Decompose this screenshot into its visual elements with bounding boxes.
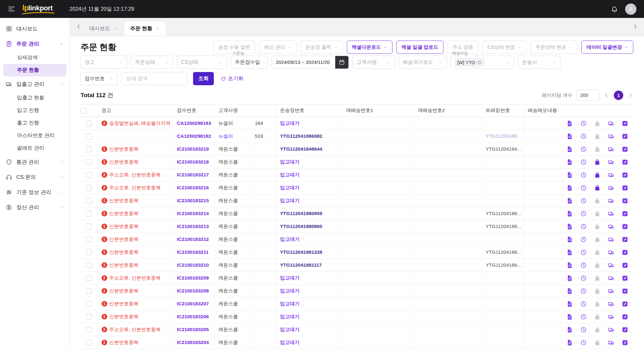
row-checkbox[interactable] xyxy=(86,314,92,320)
history-icon[interactable] xyxy=(580,275,587,281)
date-basis-filter[interactable]: 기준일주문접수일 xyxy=(231,56,268,69)
waybill-number-link[interactable]: YTG112041848644 xyxy=(280,146,322,152)
truck-icon[interactable] xyxy=(608,159,614,165)
edit-icon[interactable] xyxy=(622,185,628,191)
inbound-status-link[interactable]: 입고대기 xyxy=(280,159,300,164)
edit-icon[interactable] xyxy=(622,249,628,256)
edit-icon[interactable] xyxy=(622,275,628,281)
inbound-status-link[interactable]: 입고대기 xyxy=(280,185,300,190)
prev-page-icon[interactable] xyxy=(604,92,609,98)
receipt-no-link[interactable]: IC2100183211 xyxy=(177,249,209,255)
receipt-no-link[interactable]: IC2100183213 xyxy=(177,224,209,229)
document-icon[interactable] xyxy=(566,339,573,346)
delivery-type-filter[interactable]: 배송타입 [W] YTO xyxy=(451,56,514,69)
receipt-no-link[interactable]: IC2100183216 xyxy=(177,185,209,190)
inbound-status-link[interactable]: 입고대기 xyxy=(280,198,300,203)
truck-icon[interactable] xyxy=(608,288,614,294)
document-icon[interactable] xyxy=(566,197,573,204)
truck-icon[interactable] xyxy=(608,185,614,191)
tab-dashboard[interactable]: 대시보드 xyxy=(84,21,123,36)
history-icon[interactable] xyxy=(580,301,587,307)
row-checkbox[interactable] xyxy=(86,327,92,333)
document-icon[interactable] xyxy=(566,146,573,153)
per-page-input[interactable] xyxy=(577,90,599,101)
truck-icon[interactable] xyxy=(608,262,614,269)
inbound-status-link[interactable]: 입고대기 xyxy=(280,288,300,293)
row-checkbox[interactable] xyxy=(86,120,92,126)
receipt-no-link[interactable]: IC2100183217 xyxy=(177,172,209,177)
history-icon[interactable] xyxy=(580,288,587,294)
receipt-no-link[interactable]: IC2100183210 xyxy=(177,262,209,268)
cs-status-filter[interactable]: CS상태 xyxy=(177,56,227,69)
row-checkbox[interactable] xyxy=(86,146,92,152)
row-checkbox[interactable] xyxy=(86,301,92,307)
user-avatar[interactable] xyxy=(625,3,636,15)
document-icon[interactable] xyxy=(566,159,573,165)
history-icon[interactable] xyxy=(580,249,587,256)
document-icon[interactable] xyxy=(566,210,573,217)
detail-search-input[interactable] xyxy=(121,72,187,85)
order-status-filter[interactable]: 주문상태 xyxy=(131,56,173,69)
sidebar-subitem[interactable]: 입고 진행 xyxy=(3,104,66,117)
next-page-icon[interactable] xyxy=(628,92,633,98)
row-checkbox[interactable] xyxy=(86,249,92,255)
package-icon[interactable] xyxy=(594,314,601,320)
bell-icon[interactable] xyxy=(611,5,618,13)
history-icon[interactable] xyxy=(580,210,587,217)
package-icon[interactable] xyxy=(594,262,601,269)
document-icon[interactable] xyxy=(566,223,573,230)
history-icon[interactable] xyxy=(580,236,587,243)
waybill-number-link[interactable]: YTG112041880860 xyxy=(280,224,322,229)
package-icon[interactable] xyxy=(594,120,601,127)
edit-icon[interactable] xyxy=(622,172,628,178)
receipt-no-link[interactable]: IC2100183209 xyxy=(177,275,209,281)
receipt-no-link[interactable]: IC2100183218 xyxy=(177,159,209,164)
truck-icon[interactable] xyxy=(608,339,614,346)
inbound-status-link[interactable]: 입고대기 xyxy=(280,340,300,345)
package-icon[interactable] xyxy=(594,197,601,204)
receipt-no-link[interactable]: IC2100183205 xyxy=(177,327,209,332)
package-icon[interactable] xyxy=(594,326,601,333)
truck-icon[interactable] xyxy=(608,210,614,217)
receipt-no-link[interactable]: IC2100183212 xyxy=(177,236,209,242)
tabs-scroll-right-icon[interactable] xyxy=(632,24,638,30)
edit-icon[interactable] xyxy=(622,236,628,243)
search-button[interactable]: 조회 xyxy=(193,72,214,85)
current-page[interactable]: 1 xyxy=(614,91,623,100)
waybill-number-link[interactable]: YTG112041880959 xyxy=(280,211,322,216)
receipt-no-link[interactable]: IC2100183204 xyxy=(177,340,209,345)
history-icon[interactable] xyxy=(580,262,587,269)
history-icon[interactable] xyxy=(580,159,587,165)
reset-button[interactable]: 초기화 xyxy=(221,75,244,82)
edit-icon[interactable] xyxy=(622,210,628,217)
waybill-number-link[interactable]: YTG112041886982 xyxy=(280,133,322,139)
history-icon[interactable] xyxy=(580,133,587,140)
package-icon[interactable] xyxy=(594,159,601,165)
sidebar-subitem[interactable]: 팔레트 관리 xyxy=(3,142,66,154)
document-icon[interactable] xyxy=(566,249,573,256)
receipt-no-link[interactable]: CA1200298183 xyxy=(177,120,211,126)
search-field-select[interactable]: 접수번호 xyxy=(80,72,118,85)
package-icon[interactable] xyxy=(594,339,601,346)
history-icon[interactable] xyxy=(580,326,587,333)
package-icon[interactable] xyxy=(594,172,601,178)
edit-icon[interactable] xyxy=(622,120,628,127)
document-icon[interactable] xyxy=(566,120,573,127)
edit-icon[interactable] xyxy=(622,326,628,333)
excel-bulk-upload-button[interactable]: 엑셀 일괄 업로드 xyxy=(397,41,443,54)
truck-icon[interactable] xyxy=(608,314,614,320)
edit-icon[interactable] xyxy=(622,339,628,346)
document-icon[interactable] xyxy=(566,172,573,178)
inbound-status-link[interactable]: 입고대기 xyxy=(280,301,300,306)
sidebar-subitem[interactable]: 마스터번호 관리 xyxy=(3,129,66,142)
truck-icon[interactable] xyxy=(608,197,614,204)
close-icon[interactable] xyxy=(114,27,118,31)
package-icon[interactable] xyxy=(594,146,601,153)
inbound-status-link[interactable]: 입고대기 xyxy=(280,236,300,242)
row-checkbox[interactable] xyxy=(86,288,92,294)
package-icon[interactable] xyxy=(594,185,601,191)
remove-tag-icon[interactable] xyxy=(477,60,482,65)
sidebar-item-dashboard[interactable]: 대시보드 xyxy=(0,21,69,36)
sidebar-item-base-info-management[interactable]: 기준 정보 관리 xyxy=(0,185,69,200)
sidebar-item-settlement-management[interactable]: 정산 관리 xyxy=(0,200,69,215)
